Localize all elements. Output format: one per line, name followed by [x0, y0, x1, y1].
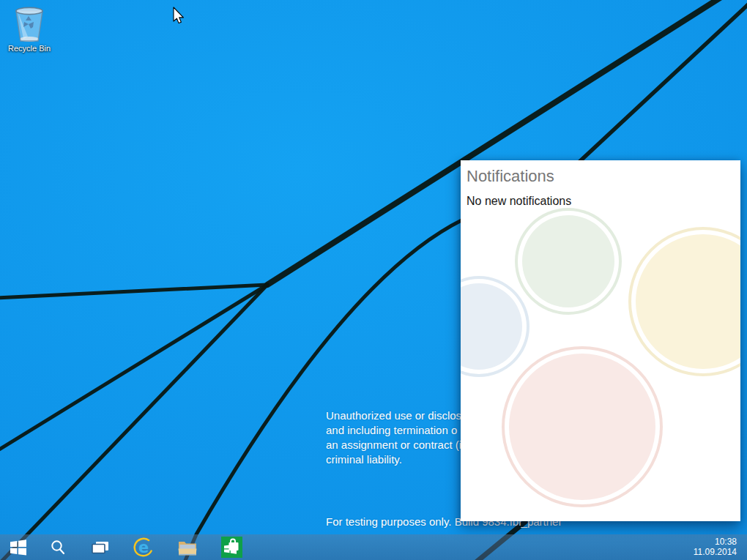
svg-text:e: e	[138, 539, 149, 556]
task-view-icon	[92, 540, 109, 555]
recycle-bin-glyph	[6, 4, 53, 44]
watermark-line: and including termination o	[326, 423, 467, 438]
watermark-circle-blue	[461, 283, 522, 370]
watermark-circle-green	[522, 215, 614, 307]
watermark-circle-pink	[509, 354, 655, 500]
file-explorer-button[interactable]	[174, 534, 201, 560]
folder-icon	[178, 540, 197, 556]
task-view-button[interactable]	[86, 534, 114, 560]
desktop-screen: Recycle Bin Unauthorized use or disclosu…	[0, 0, 747, 560]
recycle-bin-icon[interactable]: Recycle Bin	[6, 4, 53, 57]
recycle-bin-label: Recycle Bin	[1, 44, 57, 53]
confidential-watermark: Unauthorized use or disclosu and includi…	[326, 408, 467, 467]
store-bag-icon	[221, 537, 242, 558]
notification-empty-message: No new notifications	[467, 195, 571, 208]
internet-explorer-button[interactable]: e	[130, 534, 157, 560]
internet-explorer-icon: e	[133, 537, 155, 559]
watermark-circle-yellow	[636, 234, 740, 369]
notification-panel: Notifications No new notifications	[461, 160, 740, 521]
mouse-cursor	[172, 7, 185, 26]
store-button[interactable]	[217, 534, 246, 560]
taskbar: e	[0, 534, 747, 560]
clock-date: 11.09.2014	[678, 547, 737, 557]
notification-panel-title: Notifications	[467, 167, 554, 186]
watermark-line: criminal liability.	[326, 452, 467, 467]
clock-time: 10:38	[678, 537, 737, 547]
search-button[interactable]	[44, 534, 72, 560]
watermark-line: Unauthorized use or disclosu	[326, 408, 467, 423]
watermark-line: an assignment or contract (i	[326, 438, 467, 452]
search-icon	[50, 540, 66, 556]
tray-clock[interactable]: 10:38 11.09.2014	[678, 537, 737, 557]
windows-logo-icon	[10, 539, 27, 556]
start-button[interactable]	[4, 534, 32, 560]
